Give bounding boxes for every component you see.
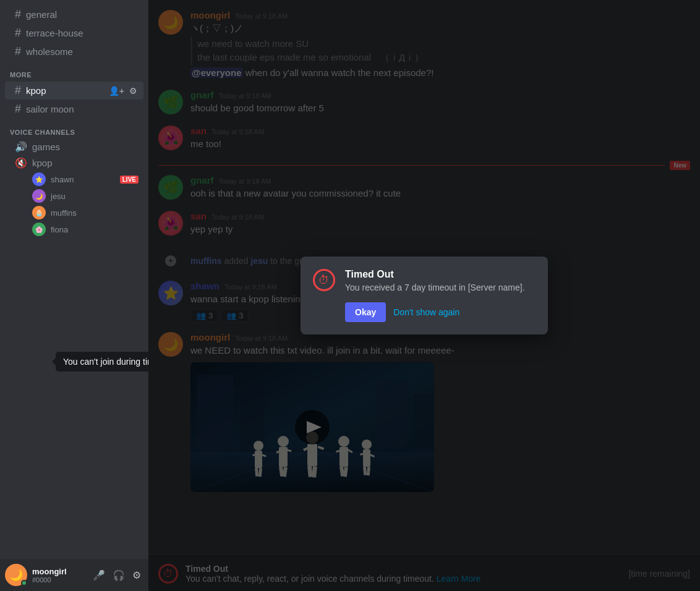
speaker-muted-icon: 🔇 [15, 157, 27, 169]
channel-name-wholesome: wholesome [26, 46, 139, 57]
status-dot [21, 580, 27, 586]
voice-username-fiona: fiona [51, 225, 68, 234]
dont-show-again-button[interactable]: Don't show again [393, 307, 459, 317]
hash-icon: # [15, 27, 21, 40]
voice-username-shawn: shawn [51, 175, 74, 184]
modal-body: Timed Out You received a 7 day timeout i… [345, 269, 536, 322]
hash-icon: # [15, 8, 21, 21]
add-member-button[interactable]: 👤+ [108, 85, 126, 97]
sidebar-item-terrace-house[interactable]: # terrace-house [5, 24, 143, 42]
hash-icon: # [15, 45, 21, 58]
voice-user-shawn[interactable]: ⭐ shawn LIVE [5, 171, 143, 187]
voice-user-muffins[interactable]: 🧁 muffins [5, 205, 143, 221]
voice-channel-name-games: games [32, 142, 60, 152]
main-content: 🌙 moongirl Today at 9:18 AM ヽ(；▽；)ノ we n… [148, 0, 700, 591]
voice-channel-games[interactable]: 🔊 games [5, 139, 143, 155]
channel-action-icons: 👤+ ⚙ [108, 85, 139, 97]
mute-button[interactable]: 🎤 [90, 567, 108, 584]
voice-section-header: VOICE CHANNELS [0, 119, 148, 138]
voice-channel-name-kpop: kpop [32, 158, 53, 168]
live-badge: LIVE [120, 176, 139, 184]
user-panel: 🌙 moongirl #0000 🎤 🎧 ⚙ [0, 559, 148, 591]
modal-overlay: ⏱ Timed Out You received a 7 day timeout… [148, 0, 700, 591]
voice-user-fiona[interactable]: 🌸 fiona [5, 221, 143, 237]
user-name: moongirl [32, 567, 85, 576]
hash-icon: # [15, 103, 21, 116]
user-controls: 🎤 🎧 ⚙ [90, 567, 143, 584]
deafen-button[interactable]: 🎧 [110, 567, 127, 584]
avatar-shawn: ⭐ [32, 172, 46, 186]
okay-button[interactable]: Okay [345, 302, 386, 322]
settings-button[interactable]: ⚙ [130, 567, 143, 584]
timeout-tooltip: You can't join during timeout. [56, 352, 148, 372]
avatar-fiona: 🌸 [32, 223, 46, 236]
modal-clock-icon: ⏱ [313, 269, 335, 291]
channel-list: # general # terrace-house # wholesome MO… [0, 0, 148, 559]
speaker-icon: 🔊 [15, 141, 27, 153]
user-info: moongirl #0000 [32, 567, 85, 584]
channel-name-sailor-moon: sailor moon [26, 104, 139, 114]
modal-title: Timed Out [345, 269, 536, 280]
user-discriminator: #0000 [32, 576, 85, 584]
channel-name-terrace-house: terrace-house [26, 28, 139, 38]
more-section-header: MORE [0, 61, 148, 81]
modal-desc: You received a 7 day timeout in [Server … [345, 283, 536, 292]
voice-user-jesu[interactable]: 🌙 jesu [5, 188, 143, 204]
modal-actions: Okay Don't show again [345, 302, 536, 322]
voice-username-jesu: jesu [51, 192, 66, 201]
timed-out-modal: ⏱ Timed Out You received a 7 day timeout… [301, 257, 548, 334]
settings-button[interactable]: ⚙ [128, 85, 139, 97]
sidebar-item-general[interactable]: # general [5, 6, 143, 23]
avatar-muffins: 🧁 [32, 206, 46, 219]
avatar-jesu: 🌙 [32, 189, 46, 203]
sidebar: # general # terrace-house # wholesome MO… [0, 0, 148, 591]
sidebar-item-kpop[interactable]: # kpop 👤+ ⚙ [5, 82, 143, 100]
channel-name-general: general [26, 9, 139, 20]
hash-icon: # [15, 84, 21, 97]
user-avatar-container: 🌙 [5, 564, 27, 586]
sidebar-item-wholesome[interactable]: # wholesome [5, 43, 143, 61]
sidebar-item-sailor-moon[interactable]: # sailor moon [5, 100, 143, 118]
channel-name-kpop: kpop [26, 85, 108, 96]
voice-channel-kpop[interactable]: 🔇 kpop [5, 155, 143, 171]
voice-username-muffins: muffins [51, 208, 77, 218]
